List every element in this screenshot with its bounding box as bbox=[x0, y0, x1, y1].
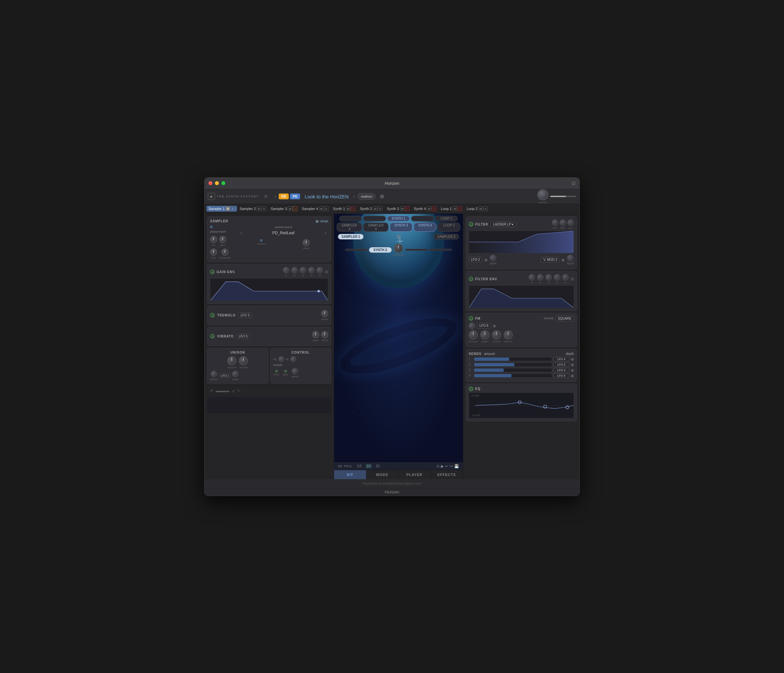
fenv-d-knob-ctrl[interactable] bbox=[546, 274, 552, 281]
synth-btn-sampler4[interactable]: SAMPLER 4 bbox=[363, 222, 389, 232]
send-2-lfo[interactable]: LFO 5 bbox=[553, 362, 569, 367]
send-3-slider[interactable] bbox=[474, 368, 552, 372]
synth2-center-button[interactable]: SYNTH 2 bbox=[369, 247, 392, 253]
volume-slider[interactable] bbox=[550, 196, 576, 197]
vmod-select[interactable]: V. MOD 2 bbox=[541, 257, 559, 263]
sampler3-s[interactable]: S bbox=[292, 207, 297, 211]
fb-button[interactable]: FB bbox=[279, 193, 289, 199]
gear-icon[interactable]: ⚙ bbox=[380, 193, 384, 200]
vmod-icon[interactable]: ◉ bbox=[561, 258, 565, 262]
range-button[interactable]: ▦ range bbox=[316, 219, 328, 223]
loop1-m[interactable]: M bbox=[453, 207, 457, 211]
humanise-knob[interactable] bbox=[394, 244, 403, 253]
synth-btn-synth1[interactable]: SYNTH 1 bbox=[387, 216, 410, 221]
synth-btn-synth4[interactable]: SYNTH 4 bbox=[414, 222, 436, 232]
unison-lfo-select[interactable]: LFO 1 bbox=[219, 373, 231, 378]
send-3-icon[interactable]: ◉ bbox=[571, 368, 574, 372]
gain-d-knob-ctrl[interactable] bbox=[300, 267, 306, 274]
eq-power[interactable]: ⏻ bbox=[469, 387, 473, 391]
tremolo-lfo-select[interactable]: LFO 3 bbox=[238, 312, 252, 318]
control-mono-toggle[interactable] bbox=[275, 370, 278, 372]
synth4-s[interactable]: S bbox=[432, 207, 436, 211]
nav-tab-mods[interactable]: MODS bbox=[366, 470, 399, 479]
synth-btn-loop1[interactable]: LOOP 1 bbox=[435, 216, 458, 221]
vibrato-depth-knob[interactable] bbox=[312, 331, 319, 338]
synth4-m[interactable]: M bbox=[427, 207, 431, 211]
offset-knob[interactable] bbox=[303, 239, 310, 246]
synth2-m[interactable]: M bbox=[373, 207, 378, 211]
send-4-icon[interactable]: ◉ bbox=[571, 373, 574, 378]
prev-preset-button[interactable]: ‹ bbox=[274, 193, 278, 200]
xy-background[interactable]: HORIZEN SYNTH 1 LOOP 1 SAMPLER 3 SAMPLER… bbox=[334, 214, 463, 462]
sampler1-s[interactable]: S bbox=[230, 207, 235, 211]
vibrato-power[interactable]: ⏻ bbox=[210, 334, 215, 339]
synth-btn-sampler3[interactable]: SAMPLER 3 bbox=[337, 222, 362, 232]
filter-env-knob[interactable] bbox=[552, 219, 558, 226]
tab-sampler1[interactable]: Sampler 1 MS bbox=[207, 206, 237, 211]
phase-invert-toggle[interactable] bbox=[210, 225, 213, 228]
vmod-depth-knob[interactable] bbox=[567, 255, 574, 261]
synth-btn-synth3[interactable]: SYNTH 3 bbox=[390, 222, 412, 232]
style-button[interactable]: realism bbox=[357, 193, 376, 200]
synth3-m[interactable]: M bbox=[400, 207, 404, 211]
fm-amount-knob[interactable] bbox=[469, 330, 478, 339]
filter-lfo-select[interactable]: LFO 2 bbox=[469, 257, 482, 263]
synth-btn-empty1[interactable] bbox=[339, 216, 362, 221]
next-sound-button[interactable]: › bbox=[325, 230, 326, 236]
unison-depth-knob[interactable] bbox=[232, 371, 238, 377]
tremolo-depth-knob[interactable] bbox=[321, 310, 328, 317]
vibrato-lfo-select[interactable]: LFO 5 bbox=[236, 334, 250, 339]
nav-tab-xy[interactable]: X/Y bbox=[334, 470, 366, 479]
filter-lfo-depth-knob[interactable] bbox=[490, 255, 496, 261]
maximize-button[interactable] bbox=[221, 181, 225, 185]
control-glide-toggle[interactable] bbox=[284, 370, 287, 372]
sampler2-button[interactable]: SAMPLER 2 bbox=[434, 234, 459, 239]
filter-lfo-icon[interactable]: ◉ bbox=[484, 258, 487, 262]
gain-env-options[interactable]: ⊞ bbox=[325, 269, 328, 274]
transport-loop-icon[interactable]: ⊙ bbox=[436, 464, 440, 468]
fenv-options[interactable]: ⊞ bbox=[571, 277, 574, 281]
fm-detune-knob[interactable] bbox=[504, 330, 513, 339]
filter-res-knob[interactable] bbox=[568, 219, 574, 226]
nav-tab-player[interactable]: PLAYER bbox=[398, 470, 431, 479]
sampler3-m[interactable]: M bbox=[288, 207, 292, 211]
gain-r-knob-ctrl[interactable] bbox=[317, 267, 323, 274]
fm-power[interactable]: ⏻ bbox=[469, 316, 473, 321]
vibrato-offset-knob[interactable] bbox=[321, 331, 328, 338]
retrig-1x-button[interactable]: 1X bbox=[366, 464, 372, 468]
unison-spread-knob[interactable] bbox=[239, 356, 248, 365]
sampler2-s[interactable]: S bbox=[261, 207, 266, 211]
transport-save-icon[interactable]: 💾 bbox=[454, 464, 459, 468]
control-plus1-knob[interactable] bbox=[278, 356, 284, 362]
fenv-r-knob-ctrl[interactable] bbox=[562, 274, 569, 281]
tab-loop2[interactable]: Loop 2 MS bbox=[465, 206, 490, 211]
tab-synth2[interactable]: Synth 2 MS bbox=[358, 206, 384, 211]
center-empty2[interactable] bbox=[405, 249, 428, 251]
close-button[interactable] bbox=[208, 181, 212, 185]
tremolo-power[interactable]: ⏻ bbox=[210, 313, 215, 317]
pd-button[interactable]: PD bbox=[290, 193, 300, 199]
fm-depth-knob[interactable] bbox=[481, 330, 490, 339]
synth-btn-empty3[interactable] bbox=[411, 216, 434, 221]
send-1-slider[interactable] bbox=[474, 357, 552, 361]
center-empty1[interactable] bbox=[345, 249, 368, 251]
filter-type-select[interactable]: LADDER LP ▾ bbox=[490, 222, 516, 227]
loop2-s[interactable]: S bbox=[483, 207, 488, 211]
filter-power[interactable]: ⏻ bbox=[469, 222, 473, 227]
tab-sampler2[interactable]: Sampler 2 MS bbox=[238, 206, 268, 211]
prev-sound-button[interactable]: ‹ bbox=[241, 230, 242, 236]
gain-a-knob-ctrl[interactable] bbox=[283, 267, 289, 274]
send-1-lfo[interactable]: LFO 4 bbox=[553, 357, 569, 361]
control-speed-knob[interactable] bbox=[292, 368, 298, 375]
pan-knob[interactable] bbox=[210, 249, 217, 256]
vol-knob[interactable] bbox=[210, 236, 217, 243]
synth-btn-loop2[interactable]: LOOP 2 bbox=[438, 222, 460, 232]
fenv-s-knob-ctrl[interactable] bbox=[554, 274, 560, 281]
tab-synth3[interactable]: Synth 3 MS bbox=[385, 206, 411, 211]
control-minus1-knob[interactable] bbox=[290, 356, 296, 362]
expand-icon[interactable]: ⊡ bbox=[572, 180, 576, 186]
send-3-lfo[interactable]: LFO 4 bbox=[553, 368, 569, 372]
send-2-icon[interactable]: ◉ bbox=[571, 362, 574, 367]
gain-s-knob-ctrl[interactable] bbox=[308, 267, 315, 274]
transport-play-icon[interactable]: ▶ bbox=[441, 464, 444, 468]
